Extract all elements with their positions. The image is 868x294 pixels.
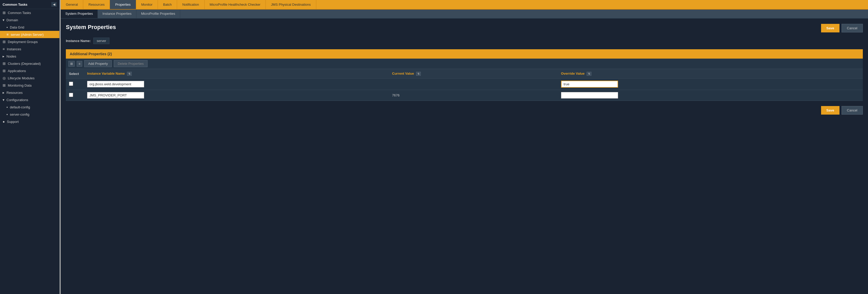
sidebar-collapse-button[interactable]: ◀ bbox=[51, 2, 57, 7]
sidebar-item-label: Clusters (Deprecated) bbox=[8, 62, 41, 66]
sidebar-item-label: Deployment Groups bbox=[8, 40, 38, 44]
sidebar-item-domain[interactable]: ▾ Domain bbox=[0, 16, 59, 24]
row1-override-value-input[interactable] bbox=[561, 80, 618, 88]
tab-jms-physical[interactable]: JMS Physical Destinations bbox=[266, 0, 316, 9]
instance-name-section: Instance Name: server bbox=[66, 38, 863, 44]
sidebar-item-label: Support bbox=[7, 120, 19, 124]
page-header: System Properties Save Cancel bbox=[66, 24, 863, 32]
sidebar-item-resources[interactable]: ▸ Resources bbox=[0, 89, 59, 96]
list-view-button[interactable]: ≡ bbox=[77, 61, 82, 67]
cancel-button-bottom[interactable]: Cancel bbox=[842, 106, 863, 115]
sidebar-item-lifecycle-modules[interactable]: ◎ Lifecycle Modules bbox=[0, 74, 59, 81]
row2-override-value-cell bbox=[558, 90, 863, 101]
sidebar-item-label: Instances bbox=[7, 47, 21, 51]
main-content: General Resources Properties Monitor Bat… bbox=[61, 0, 868, 294]
instance-name-value: server bbox=[93, 38, 110, 44]
tab-instance-properties[interactable]: Instance Properties bbox=[98, 9, 136, 18]
instance-name-label: Instance Name: bbox=[66, 39, 91, 43]
domain-icon: ▾ bbox=[3, 18, 4, 22]
sidebar-item-server-config[interactable]: ▪ server-config bbox=[0, 111, 59, 118]
common-tasks-icon: ⊞ bbox=[3, 11, 6, 15]
sidebar-item-label: Resources bbox=[6, 91, 23, 95]
row1-override-value-cell bbox=[558, 78, 863, 90]
sidebar-item-clusters-deprecated[interactable]: ⊞ Clusters (Deprecated) bbox=[0, 60, 59, 67]
save-button-bottom[interactable]: Save bbox=[821, 106, 839, 115]
row2-var-name-cell bbox=[84, 90, 389, 101]
sidebar-item-label: default-config bbox=[10, 105, 30, 109]
col-current-value: Current Value ⇅ bbox=[389, 69, 558, 78]
row2-checkbox[interactable] bbox=[69, 93, 73, 97]
sidebar: Common Tasks ◀ ⊞ Common Tasks ▾ Domain ▪… bbox=[0, 0, 60, 294]
default-config-icon: ▪ bbox=[6, 105, 8, 109]
tab-monitor[interactable]: Monitor bbox=[136, 0, 158, 9]
additional-properties-header: Additional Properties (2) bbox=[66, 49, 863, 59]
sidebar-title: Common Tasks bbox=[3, 3, 28, 6]
sidebar-item-configurations[interactable]: ▾ Configurations bbox=[0, 96, 59, 103]
resources-icon: ▸ bbox=[3, 91, 4, 95]
sidebar-item-default-config[interactable]: ▪ default-config bbox=[0, 103, 59, 111]
nodes-icon: ▸ bbox=[3, 54, 4, 58]
current-value-sort-icon[interactable]: ⇅ bbox=[416, 72, 421, 76]
grid-view-button[interactable]: ⊞ bbox=[68, 61, 75, 67]
table-row: 7676 bbox=[66, 90, 863, 101]
sidebar-item-deployment-groups[interactable]: ⊞ Deployment Groups bbox=[0, 38, 59, 45]
data-grid-icon: ▪ bbox=[6, 25, 8, 29]
tab-microprofile-healthcheck[interactable]: MicroProfile Healthcheck Checker bbox=[205, 0, 266, 9]
row1-var-name-input[interactable] bbox=[87, 81, 144, 87]
instance-var-sort-icon[interactable]: ⇅ bbox=[127, 72, 132, 76]
col-instance-var-name: Instance Variable Name ⇅ bbox=[84, 69, 389, 78]
cancel-button-top[interactable]: Cancel bbox=[842, 24, 863, 32]
table-toolbar: ⊞ ≡ Add Property Delete Properties bbox=[66, 59, 863, 69]
tab-properties[interactable]: Properties bbox=[110, 0, 136, 9]
sidebar-item-applications[interactable]: ⊞ Applications bbox=[0, 67, 59, 74]
tab-batch[interactable]: Batch bbox=[158, 0, 177, 9]
row1-current-value-cell bbox=[389, 78, 558, 90]
row1-select-cell bbox=[66, 78, 84, 90]
override-value-sort-icon[interactable]: ⇅ bbox=[587, 72, 591, 76]
save-button-top[interactable]: Save bbox=[821, 24, 839, 32]
sidebar-item-nodes[interactable]: ▸ Nodes bbox=[0, 53, 59, 60]
sidebar-item-label: Applications bbox=[8, 69, 26, 73]
row1-checkbox[interactable] bbox=[69, 81, 73, 86]
row2-override-value-input[interactable] bbox=[561, 92, 618, 99]
tab-system-properties[interactable]: System Properties bbox=[61, 9, 98, 18]
sidebar-item-label: Monitoring Data bbox=[8, 84, 32, 87]
monitoring-icon: ⊞ bbox=[3, 83, 6, 87]
tab-general[interactable]: General bbox=[61, 0, 83, 9]
tab-notification[interactable]: Notification bbox=[177, 0, 204, 9]
sidebar-item-server[interactable]: ≡ server (Admin Server) bbox=[0, 31, 59, 38]
sidebar-item-data-grid[interactable]: ▪ Data Grid bbox=[0, 24, 59, 31]
top-tabs: General Resources Properties Monitor Bat… bbox=[61, 0, 868, 9]
sidebar-item-monitoring-data[interactable]: ⊞ Monitoring Data bbox=[0, 81, 59, 89]
properties-table: Select Instance Variable Name ⇅ Current … bbox=[66, 69, 863, 101]
footer-action-buttons: Save Cancel bbox=[66, 106, 863, 115]
row1-var-name-cell bbox=[84, 78, 389, 90]
tab-microprofile-properties[interactable]: MicroProfile Properties bbox=[136, 9, 180, 18]
sidebar-header: Common Tasks ◀ bbox=[0, 0, 59, 9]
sidebar-item-common-tasks[interactable]: ⊞ Common Tasks bbox=[0, 9, 59, 16]
row2-current-value-cell: 7676 bbox=[389, 90, 558, 101]
col-override-value: Override Value ⇅ bbox=[558, 69, 863, 78]
sidebar-item-support[interactable]: ● Support bbox=[0, 118, 59, 125]
sidebar-item-instances[interactable]: ≡ Instances bbox=[0, 45, 59, 53]
table-row bbox=[66, 78, 863, 90]
lifecycle-icon: ◎ bbox=[3, 76, 6, 80]
col-select: Select bbox=[66, 69, 84, 78]
deployment-groups-icon: ⊞ bbox=[3, 40, 6, 44]
sidebar-item-label: Configurations bbox=[6, 98, 28, 102]
sidebar-item-label: Lifecycle Modules bbox=[8, 76, 34, 80]
page-content-area: System Properties Save Cancel Instance N… bbox=[61, 19, 868, 294]
delete-properties-button[interactable]: Delete Properties bbox=[114, 60, 148, 67]
applications-icon: ⊞ bbox=[3, 69, 6, 73]
configurations-icon: ▾ bbox=[3, 98, 4, 102]
server-icon: ≡ bbox=[6, 32, 8, 37]
sidebar-item-label: server-config bbox=[10, 112, 29, 117]
support-icon: ● bbox=[3, 120, 5, 124]
page-title: System Properties bbox=[66, 24, 116, 31]
tab-resources[interactable]: Resources bbox=[83, 0, 110, 9]
row2-var-name-input[interactable] bbox=[87, 92, 144, 99]
add-property-button[interactable]: Add Property bbox=[84, 60, 112, 67]
sidebar-item-label: Common Tasks bbox=[8, 11, 31, 15]
header-action-buttons: Save Cancel bbox=[821, 24, 863, 32]
row2-select-cell bbox=[66, 90, 84, 101]
